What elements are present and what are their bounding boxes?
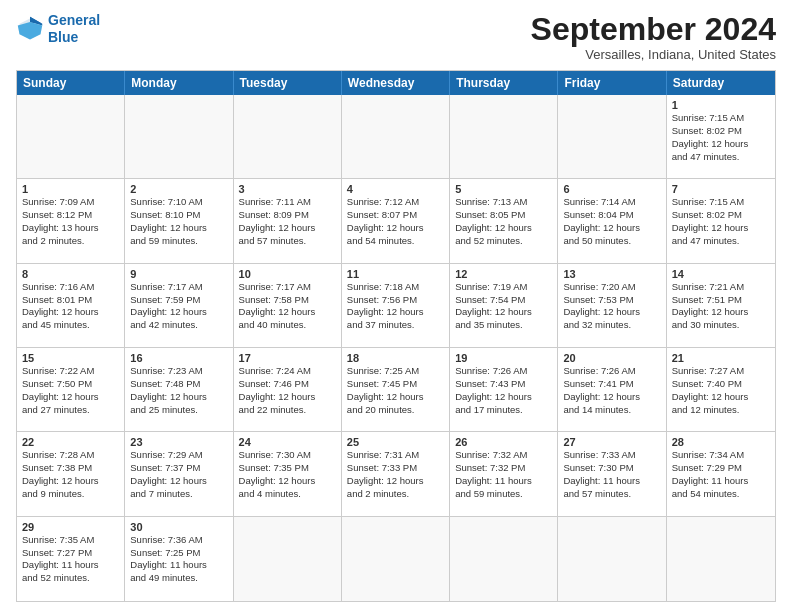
logo-text: General Blue [48, 12, 100, 46]
cell-line: Sunset: 7:40 PM [672, 378, 770, 391]
cell-line: Daylight: 12 hours [130, 475, 227, 488]
cell-line: Daylight: 12 hours [455, 306, 552, 319]
cell-line: and 30 minutes. [672, 319, 770, 332]
cell-line: Sunset: 7:32 PM [455, 462, 552, 475]
cal-cell [450, 517, 558, 601]
calendar-week-2: 1Sunrise: 7:09 AMSunset: 8:12 PMDaylight… [17, 179, 775, 263]
cell-line: Sunrise: 7:36 AM [130, 534, 227, 547]
header-wednesday: Wednesday [342, 71, 450, 95]
svg-marker-2 [18, 22, 43, 40]
cal-cell [234, 517, 342, 601]
cell-line: Daylight: 12 hours [22, 391, 119, 404]
day-number: 5 [455, 183, 552, 195]
cell-line: Daylight: 11 hours [455, 475, 552, 488]
cell-line: Daylight: 12 hours [347, 222, 444, 235]
cal-cell [17, 95, 125, 178]
cal-cell: 11Sunrise: 7:18 AMSunset: 7:56 PMDayligh… [342, 264, 450, 347]
cell-line: Daylight: 12 hours [347, 475, 444, 488]
cell-line: Sunset: 7:25 PM [130, 547, 227, 560]
cal-cell: 14Sunrise: 7:21 AMSunset: 7:51 PMDayligh… [667, 264, 775, 347]
cal-cell: 1Sunrise: 7:15 AMSunset: 8:02 PMDaylight… [667, 95, 775, 178]
cell-line: Daylight: 12 hours [130, 391, 227, 404]
cal-cell: 18Sunrise: 7:25 AMSunset: 7:45 PMDayligh… [342, 348, 450, 431]
cell-line: and 35 minutes. [455, 319, 552, 332]
logo: General Blue [16, 12, 100, 46]
cal-cell [667, 517, 775, 601]
header-thursday: Thursday [450, 71, 558, 95]
day-number: 8 [22, 268, 119, 280]
cal-cell: 20Sunrise: 7:26 AMSunset: 7:41 PMDayligh… [558, 348, 666, 431]
cell-line: and 47 minutes. [672, 151, 770, 164]
cell-line: Daylight: 12 hours [347, 306, 444, 319]
cal-cell: 26Sunrise: 7:32 AMSunset: 7:32 PMDayligh… [450, 432, 558, 515]
cell-line: and 40 minutes. [239, 319, 336, 332]
cell-line: Daylight: 12 hours [563, 222, 660, 235]
cell-line: and 17 minutes. [455, 404, 552, 417]
cell-line: and 59 minutes. [130, 235, 227, 248]
cell-line: Sunrise: 7:13 AM [455, 196, 552, 209]
cell-line: Sunrise: 7:17 AM [239, 281, 336, 294]
cell-line: Sunset: 7:33 PM [347, 462, 444, 475]
cell-line: Sunrise: 7:24 AM [239, 365, 336, 378]
day-number: 17 [239, 352, 336, 364]
day-number: 2 [130, 183, 227, 195]
day-number: 6 [563, 183, 660, 195]
cal-cell: 13Sunrise: 7:20 AMSunset: 7:53 PMDayligh… [558, 264, 666, 347]
cell-line: Daylight: 13 hours [22, 222, 119, 235]
cell-line: Sunrise: 7:25 AM [347, 365, 444, 378]
location: Versailles, Indiana, United States [531, 47, 776, 62]
day-number: 25 [347, 436, 444, 448]
calendar-week-5: 22Sunrise: 7:28 AMSunset: 7:38 PMDayligh… [17, 432, 775, 516]
cell-line: Daylight: 12 hours [672, 391, 770, 404]
cell-line: Sunrise: 7:23 AM [130, 365, 227, 378]
cal-cell [342, 95, 450, 178]
cell-line: and 57 minutes. [239, 235, 336, 248]
cal-cell: 15Sunrise: 7:22 AMSunset: 7:50 PMDayligh… [17, 348, 125, 431]
day-number: 26 [455, 436, 552, 448]
page: General Blue September 2024 Versailles, … [0, 0, 792, 612]
cell-line: Sunrise: 7:14 AM [563, 196, 660, 209]
month-title: September 2024 [531, 12, 776, 47]
cell-line: and 57 minutes. [563, 488, 660, 501]
cal-cell: 12Sunrise: 7:19 AMSunset: 7:54 PMDayligh… [450, 264, 558, 347]
day-number: 24 [239, 436, 336, 448]
cell-line: Sunset: 7:59 PM [130, 294, 227, 307]
header-friday: Friday [558, 71, 666, 95]
cell-line: and 25 minutes. [130, 404, 227, 417]
cal-cell: 2Sunrise: 7:10 AMSunset: 8:10 PMDaylight… [125, 179, 233, 262]
cell-line: and 52 minutes. [455, 235, 552, 248]
cell-line: Daylight: 12 hours [239, 475, 336, 488]
header-tuesday: Tuesday [234, 71, 342, 95]
day-number: 14 [672, 268, 770, 280]
logo-icon [16, 15, 44, 43]
cal-cell: 10Sunrise: 7:17 AMSunset: 7:58 PMDayligh… [234, 264, 342, 347]
cell-line: Sunset: 8:04 PM [563, 209, 660, 222]
cal-cell: 6Sunrise: 7:14 AMSunset: 8:04 PMDaylight… [558, 179, 666, 262]
cell-line: Sunset: 8:01 PM [22, 294, 119, 307]
cell-line: and 22 minutes. [239, 404, 336, 417]
cal-cell: 4Sunrise: 7:12 AMSunset: 8:07 PMDaylight… [342, 179, 450, 262]
cal-cell: 7Sunrise: 7:15 AMSunset: 8:02 PMDaylight… [667, 179, 775, 262]
cell-line: Sunrise: 7:30 AM [239, 449, 336, 462]
cell-line: Daylight: 12 hours [455, 391, 552, 404]
calendar-body: 1Sunrise: 7:15 AMSunset: 8:02 PMDaylight… [17, 95, 775, 601]
cell-line: Sunrise: 7:20 AM [563, 281, 660, 294]
header-monday: Monday [125, 71, 233, 95]
cell-line: and 7 minutes. [130, 488, 227, 501]
cell-line: and 14 minutes. [563, 404, 660, 417]
cell-line: Sunset: 7:37 PM [130, 462, 227, 475]
cell-line: Sunrise: 7:09 AM [22, 196, 119, 209]
cell-line: Sunset: 7:29 PM [672, 462, 770, 475]
calendar-week-3: 8Sunrise: 7:16 AMSunset: 8:01 PMDaylight… [17, 264, 775, 348]
cell-line: Sunset: 7:51 PM [672, 294, 770, 307]
cell-line: Sunset: 8:02 PM [672, 125, 770, 138]
cell-line: Sunset: 7:50 PM [22, 378, 119, 391]
cell-line: and 4 minutes. [239, 488, 336, 501]
header-saturday: Saturday [667, 71, 775, 95]
day-number: 10 [239, 268, 336, 280]
cal-cell: 9Sunrise: 7:17 AMSunset: 7:59 PMDaylight… [125, 264, 233, 347]
cell-line: Daylight: 11 hours [672, 475, 770, 488]
cal-cell [234, 95, 342, 178]
cell-line: Sunrise: 7:21 AM [672, 281, 770, 294]
cal-cell: 27Sunrise: 7:33 AMSunset: 7:30 PMDayligh… [558, 432, 666, 515]
